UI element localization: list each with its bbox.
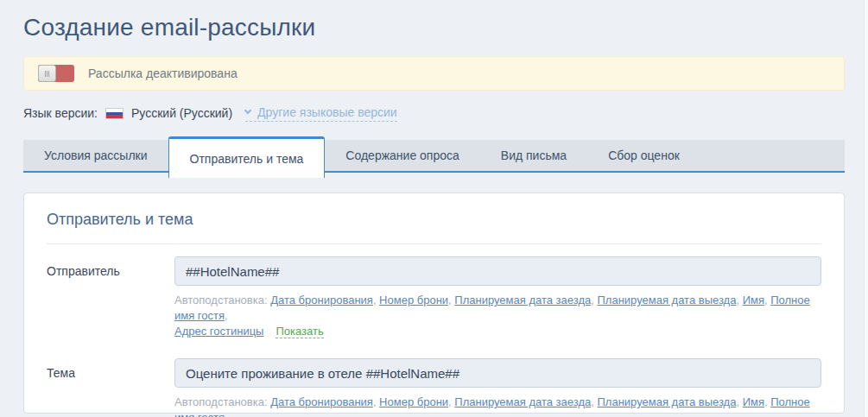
tab-ratings-collection[interactable]: Сбор оценок (587, 140, 700, 171)
comma-separator: , (225, 411, 228, 417)
tab-letter-view[interactable]: Вид письма (480, 140, 587, 171)
sender-input[interactable] (174, 256, 821, 286)
subject-autofill-helper: Автоподстановка: Дата бронирования, Номе… (174, 395, 821, 417)
tab-sender-and-subject[interactable]: Отправитель и тема (168, 136, 326, 178)
subject-row: Тема Автоподстановка: Дата бронирования,… (47, 358, 821, 417)
tab-bar: Условия рассылки Отправитель и тема Соде… (23, 140, 845, 173)
banner-text: Рассылка деактивирована (88, 66, 238, 80)
page-title: Создание email-рассылки (23, 14, 845, 41)
autofill-token-link[interactable]: Планируемая дата выезда (597, 395, 736, 408)
sender-autofill-helper: Автоподстановка: Дата бронирования, Номе… (174, 293, 821, 339)
language-label: Язык версии: (23, 106, 98, 120)
subject-input[interactable] (174, 358, 821, 388)
divider (47, 243, 821, 244)
autofill-label: Автоподстановка: (174, 294, 270, 306)
language-value: Русский (Русский) (131, 106, 232, 120)
autofill-token-link[interactable]: Дата бронирования (270, 395, 373, 408)
show-link[interactable]: Показать (276, 325, 323, 338)
autofill-token-link[interactable]: Имя (743, 395, 764, 408)
tab-survey-content[interactable]: Содержание опроса (325, 140, 479, 171)
other-languages-link[interactable]: Другие языковые версии (245, 105, 397, 122)
chevron-down-icon (244, 107, 251, 114)
autofill-token-link[interactable]: Планируемая дата выезда (597, 294, 736, 306)
autofill-token-link[interactable]: Дата бронирования (270, 294, 373, 306)
sender-and-subject-panel: Отправитель и тема Отправитель Автоподст… (23, 193, 845, 414)
comma-separator: , (736, 294, 742, 306)
autofill-token-link[interactable]: Адрес гостиницы (174, 325, 263, 338)
subject-label: Тема (47, 358, 174, 417)
autofill-token-link[interactable]: Номер брони (379, 395, 448, 408)
tab-send-conditions[interactable]: Условия рассылки (23, 140, 168, 171)
deactivated-banner: Рассылка деактивирована (23, 56, 845, 91)
russia-flag-icon (105, 108, 124, 119)
sender-row: Отправитель Автоподстановка: Дата бронир… (47, 256, 821, 339)
activation-toggle[interactable] (38, 65, 74, 82)
scrollbar-track[interactable] (864, 0, 868, 417)
panel-title: Отправитель и тема (47, 211, 821, 229)
page-content: Создание email-рассылки Рассылка деактив… (23, 14, 845, 414)
comma-separator: , (736, 395, 742, 408)
toggle-handle-icon (38, 65, 56, 82)
autofill-token-link[interactable]: Имя (743, 294, 764, 306)
autofill-token-link[interactable]: Номер брони (379, 294, 448, 306)
grip-lines-icon (47, 71, 48, 77)
autofill-token-link[interactable]: Планируемая дата заезда (454, 395, 591, 408)
autofill-token-link[interactable]: Планируемая дата заезда (454, 294, 591, 306)
sender-label: Отправитель (47, 256, 174, 339)
comma-separator: , (225, 309, 228, 322)
other-languages-label: Другие языковые версии (257, 105, 397, 119)
language-version-row: Язык версии: Русский (Русский) Другие яз… (23, 104, 845, 123)
autofill-label: Автоподстановка: (174, 395, 270, 408)
